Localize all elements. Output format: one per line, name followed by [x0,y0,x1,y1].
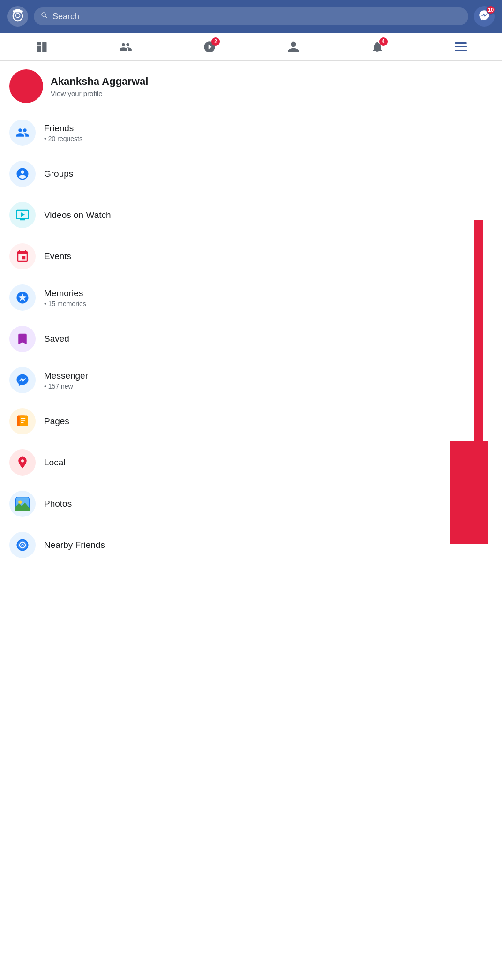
camera-icon [12,9,24,23]
photos-label: Photos [44,499,72,509]
menu-item-groups[interactable]: Groups [0,153,502,195]
memories-label: Memories [44,288,86,299]
saved-label: Saved [44,334,69,344]
search-bar[interactable]: Search [34,7,468,25]
memories-sub: • 15 memories [44,300,86,307]
groups-menu-icon [15,167,30,181]
events-label: Events [44,251,71,262]
messenger-menu-icon [15,373,30,387]
nav-bar: 2 4 [0,33,502,61]
svg-point-15 [22,545,23,546]
svg-rect-2 [43,42,47,52]
newsfeed-icon [35,40,48,53]
local-label: Local [44,457,65,468]
menu-item-memories[interactable]: Memories • 15 memories [0,277,502,318]
notifications-badge: 4 [379,37,388,46]
pages-menu-text: Pages [44,416,69,426]
memories-icon-wrap [9,284,36,311]
menu-item-friends[interactable]: Friends • 20 requests [0,112,502,153]
messenger-menu-text: Messenger • 157 new [44,371,88,390]
messenger-sub: • 157 new [44,382,88,390]
svg-rect-7 [21,422,23,423]
groups-label: Groups [44,169,73,179]
messenger-label: Messenger [44,371,88,381]
menu-item-videos[interactable]: Videos on Watch [0,195,502,236]
nearby-menu-text: Nearby Friends [44,540,105,550]
friends-label: Friends [44,123,82,134]
svg-rect-6 [21,420,25,421]
saved-menu-icon [15,332,30,346]
menu-item-nearby[interactable]: Nearby Friends [0,524,502,566]
profile-section[interactable]: Akanksha Aggarwal View your profile [0,61,502,112]
menu-item-saved[interactable]: Saved [0,318,502,359]
local-icon-wrap [9,449,36,476]
photos-menu-icon [15,497,30,511]
search-placeholder: Search [52,12,79,22]
nav-item-newsfeed[interactable] [30,37,54,56]
avatar [9,69,43,103]
profile-subtitle: View your profile [51,90,148,97]
friends-nav-icon [119,40,132,53]
friends-sub: • 20 requests [44,135,82,142]
videos-label: Videos on Watch [44,210,111,220]
svg-rect-0 [37,42,41,45]
nearby-menu-icon [15,538,30,552]
nearby-label: Nearby Friends [44,540,105,550]
pages-menu-icon [15,414,30,428]
search-icon [40,11,49,22]
nav-item-notifications[interactable]: 4 [365,37,390,56]
groups-menu-text: Groups [44,169,73,179]
memories-menu-icon [15,291,30,305]
messenger-badge: 10 [486,5,495,15]
messenger-header-button[interactable]: 10 [474,6,495,27]
groups-icon-wrap [9,161,36,187]
menu-item-messenger[interactable]: Messenger • 157 new [0,359,502,401]
svg-rect-5 [21,418,25,419]
nav-item-groups[interactable]: 2 [197,37,222,56]
local-menu-icon [15,456,30,470]
events-menu-text: Events [44,251,71,262]
videos-menu-icon [15,208,30,222]
local-menu-text: Local [44,457,65,468]
videos-icon-wrap [9,202,36,228]
profile-name: Akanksha Aggarwal [51,75,148,88]
events-menu-icon [15,249,30,263]
friends-menu-text: Friends • 20 requests [44,123,82,142]
friends-icon-wrap [9,120,36,146]
friends-menu-icon [15,126,30,140]
svg-rect-1 [37,45,41,52]
saved-icon-wrap [9,326,36,352]
messenger-icon-wrap [9,367,36,393]
profile-nav-icon [287,40,300,53]
nav-item-menu[interactable] [449,39,472,54]
top-header: Search 10 [0,0,502,33]
photos-menu-text: Photos [44,499,72,509]
pages-icon-wrap [9,408,36,434]
menu-list: Friends • 20 requests Groups Videos on W… [0,112,502,566]
videos-menu-text: Videos on Watch [44,210,111,220]
nav-item-profile[interactable] [281,37,306,56]
groups-nav-badge: 2 [211,37,220,46]
nearby-icon-wrap [9,532,36,558]
hamburger-icon [455,42,467,51]
profile-info: Akanksha Aggarwal View your profile [51,75,148,97]
menu-item-local[interactable]: Local [0,442,502,483]
menu-item-pages[interactable]: Pages [0,401,502,442]
saved-menu-text: Saved [44,334,69,344]
menu-item-photos[interactable]: Photos [0,483,502,524]
events-icon-wrap [9,243,36,269]
menu-item-events[interactable]: Events [0,236,502,277]
memories-menu-text: Memories • 15 memories [44,288,86,307]
nav-item-friends[interactable] [113,37,138,56]
pages-label: Pages [44,416,69,426]
photos-icon-wrap [9,491,36,517]
camera-button[interactable] [7,6,28,27]
